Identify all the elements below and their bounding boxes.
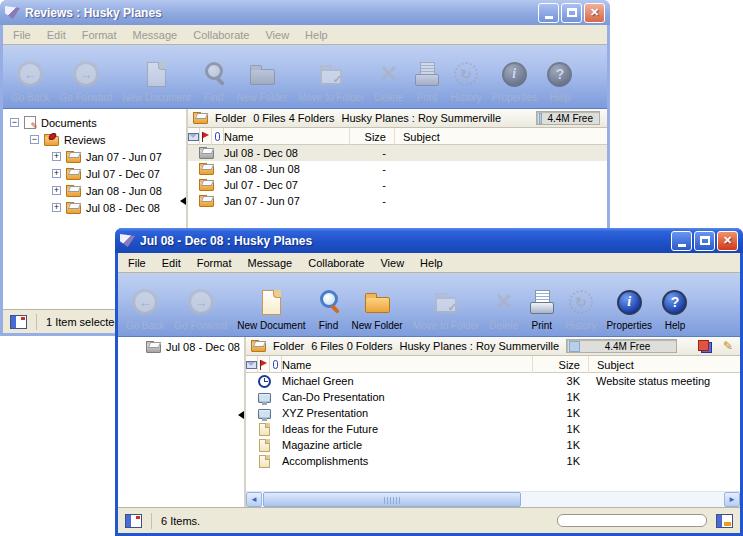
menu-help[interactable]: Help (412, 257, 451, 269)
collapse-icon[interactable]: − (10, 118, 19, 127)
table-row[interactable]: Can-Do Presentation 1K (246, 389, 740, 405)
move-to-folder-button[interactable]: Move to Folder (293, 49, 370, 105)
properties-button[interactable]: i Properties (486, 49, 542, 105)
expand-icon[interactable]: + (52, 186, 61, 195)
subject-column-header[interactable]: Subject (394, 128, 607, 145)
go-back-button[interactable]: ← Go Back (121, 277, 169, 333)
menu-collaborate[interactable]: Collaborate (300, 257, 372, 269)
name-column-header[interactable]: Name (282, 359, 532, 371)
go-forward-button[interactable]: → Go Forward (54, 49, 117, 105)
go-back-button[interactable]: ← Go Back (6, 49, 54, 105)
folder-icon (199, 197, 214, 207)
menu-view[interactable]: View (372, 257, 412, 269)
minimize-button[interactable] (671, 231, 692, 251)
menu-help[interactable]: Help (297, 29, 336, 41)
maximize-button[interactable] (694, 231, 715, 251)
tree-node-jul07[interactable]: + Jul 07 - Dec 07 (3, 165, 186, 182)
history-button[interactable]: ↻ History (560, 277, 601, 333)
move-to-folder-icon (435, 297, 457, 313)
print-button[interactable]: Print (408, 49, 445, 105)
help-button[interactable]: ? Help (657, 277, 693, 333)
delete-button[interactable]: ✕ Delete (369, 49, 408, 105)
toggle-panel-icon[interactable] (125, 514, 142, 528)
table-row[interactable]: Jan 08 - Jun 08 - (188, 161, 607, 177)
titlebar[interactable]: Jul 08 - Dec 08 : Husky Planes ✕ (115, 228, 743, 253)
table-row[interactable]: Ideas for the Future 1K (246, 421, 740, 437)
sidebar-item-jul08[interactable]: Jul 08 - Dec 08 (118, 337, 244, 353)
tree-node-documents[interactable]: − Documents (3, 114, 186, 131)
pane-collapse-arrow[interactable] (180, 197, 186, 205)
new-folder-button[interactable]: New Folder (232, 49, 293, 105)
move-to-folder-button[interactable]: Move to Folder (408, 277, 485, 333)
find-button[interactable]: Find (311, 277, 347, 333)
expand-icon[interactable]: + (52, 203, 61, 212)
titlebar[interactable]: Reviews : Husky Planes ✕ (0, 0, 610, 25)
scroll-right-icon[interactable]: ► (724, 492, 740, 507)
attachment-column-header[interactable] (270, 356, 282, 373)
tree-node-jan07[interactable]: + Jan 07 - Jun 07 (3, 148, 186, 165)
menu-view[interactable]: View (257, 29, 297, 41)
new-folder-button[interactable]: New Folder (347, 277, 408, 333)
close-button[interactable]: ✕ (717, 231, 738, 251)
tree-node-jan08[interactable]: + Jan 08 - Jun 08 (3, 182, 186, 199)
flag-column-header[interactable] (258, 356, 270, 373)
flag-column-header[interactable] (200, 128, 212, 145)
status-progress-bar (557, 514, 707, 527)
tree-node-reviews[interactable]: − Reviews (3, 131, 186, 148)
menu-format[interactable]: Format (74, 29, 125, 41)
size-column-header[interactable]: Size (349, 128, 394, 145)
close-button[interactable]: ✕ (584, 3, 605, 23)
properties-button[interactable]: i Properties (601, 277, 657, 333)
subject-column-header[interactable]: Subject (588, 356, 740, 373)
menu-file[interactable]: File (5, 29, 39, 41)
table-row[interactable]: Jul 08 - Dec 08 - (188, 145, 607, 161)
envelope-column-header[interactable] (188, 128, 200, 145)
name-column-header[interactable]: Name (224, 131, 349, 143)
table-row[interactable]: Michael Green 3K Website status meeting (246, 373, 740, 389)
folder-icon (199, 165, 214, 175)
minimize-button[interactable] (538, 3, 559, 23)
table-row[interactable]: XYZ Presentation 1K (246, 405, 740, 421)
expand-icon[interactable]: + (52, 152, 61, 161)
toggle-panel-icon[interactable] (10, 315, 27, 329)
table-row[interactable]: Jan 07 - Jun 07 - (188, 193, 607, 209)
history-button[interactable]: ↻ History (445, 49, 486, 105)
envelope-icon (246, 361, 257, 369)
menu-collaborate[interactable]: Collaborate (185, 29, 257, 41)
folder-counts: 0 Files 4 Folders (253, 112, 334, 124)
menu-edit[interactable]: Edit (39, 29, 74, 41)
menu-message[interactable]: Message (125, 29, 186, 41)
horizontal-scrollbar[interactable]: ◄ ► (246, 491, 740, 507)
go-forward-button[interactable]: → Go Forward (169, 277, 232, 333)
menu-edit[interactable]: Edit (154, 257, 189, 269)
toggle-panel-right-icon[interactable] (716, 514, 733, 528)
menu-message[interactable]: Message (240, 257, 301, 269)
new-document-button[interactable]: New Document (232, 277, 310, 333)
maximize-button[interactable] (561, 3, 582, 23)
menu-file[interactable]: File (120, 257, 154, 269)
size-column-header[interactable]: Size (532, 356, 588, 373)
scrollbar-thumb[interactable] (263, 492, 521, 507)
pane-collapse-arrow[interactable] (238, 411, 244, 419)
find-button[interactable]: Find (196, 49, 232, 105)
pencil-icon[interactable]: ✎ (723, 339, 733, 353)
new-document-button[interactable]: New Document (117, 49, 195, 105)
info-icon: i (617, 290, 642, 315)
envelope-column-header[interactable] (246, 356, 258, 373)
free-space-indicator: 4.4M Free (536, 111, 600, 125)
expand-icon[interactable]: + (52, 169, 61, 178)
delete-button[interactable]: ✕ Delete (484, 277, 523, 333)
help-button[interactable]: ? Help (542, 49, 578, 105)
print-button[interactable]: Print (523, 277, 560, 333)
table-row[interactable]: Magazine article 1K (246, 437, 740, 453)
tree-node-jul08[interactable]: + Jul 08 - Dec 08 (3, 199, 186, 216)
list-pane: Folder 6 Files 0 Folders Husky Planes : … (246, 337, 740, 507)
attachment-column-header[interactable] (212, 128, 224, 145)
table-row[interactable]: Accomplishments 1K (246, 453, 740, 469)
layout-view-icon[interactable] (698, 340, 712, 353)
scroll-left-icon[interactable]: ◄ (246, 492, 262, 507)
table-row[interactable]: Jul 07 - Dec 07 - (188, 177, 607, 193)
collapse-icon[interactable]: − (30, 135, 39, 144)
free-space-indicator: 4.4M Free (566, 339, 677, 353)
menu-format[interactable]: Format (189, 257, 240, 269)
